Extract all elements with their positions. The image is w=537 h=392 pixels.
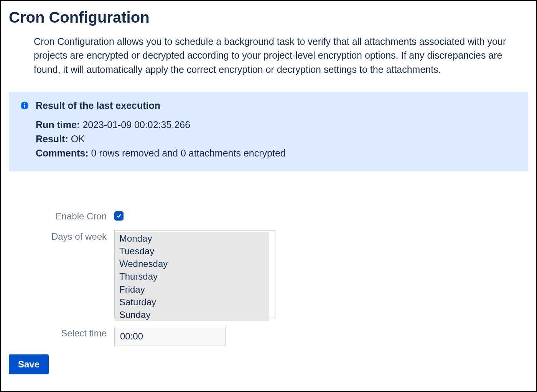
day-option[interactable]: Sunday xyxy=(115,308,269,321)
comments-row: Comments: 0 rows removed and 0 attachmen… xyxy=(36,147,517,160)
enable-cron-label: Enable Cron xyxy=(40,210,107,222)
day-option[interactable]: Monday xyxy=(115,232,269,245)
info-panel-title: Result of the last execution xyxy=(36,100,160,111)
days-of-week-select[interactable]: Monday Tuesday Wednesday Thursday Friday… xyxy=(114,230,275,318)
scrollbar-track[interactable] xyxy=(269,231,275,308)
cron-form: Enable Cron Days of week Monday Tuesday … xyxy=(40,210,528,346)
result-label: Result: xyxy=(36,133,68,144)
day-option[interactable]: Thursday xyxy=(115,270,269,283)
comments-value: 0 rows removed and 0 attachments encrypt… xyxy=(91,148,285,158)
runtime-value: 2023-01-09 00:02:35.266 xyxy=(82,119,190,130)
result-value: OK xyxy=(71,133,85,144)
day-option[interactable]: Saturday xyxy=(115,296,269,308)
comments-label: Comments: xyxy=(36,148,89,158)
check-icon xyxy=(116,213,122,219)
svg-point-2 xyxy=(24,103,25,104)
result-row: Result: OK xyxy=(36,132,517,146)
save-button[interactable]: Save xyxy=(9,354,49,374)
enable-cron-checkbox[interactable] xyxy=(114,211,124,221)
last-execution-panel: Result of the last execution Run time: 2… xyxy=(9,92,528,171)
page-title: Cron Configuration xyxy=(9,9,528,26)
day-option[interactable]: Wednesday xyxy=(115,257,269,270)
page-description: Cron Configuration allows you to schedul… xyxy=(34,35,517,76)
info-icon xyxy=(20,101,29,110)
select-time-input[interactable] xyxy=(114,327,226,346)
runtime-label: Run time: xyxy=(36,119,80,130)
svg-rect-1 xyxy=(24,105,25,107)
day-option[interactable]: Tuesday xyxy=(115,245,269,257)
day-option[interactable]: Friday xyxy=(115,283,269,296)
days-of-week-label: Days of week xyxy=(40,230,107,242)
select-time-label: Select time xyxy=(40,327,107,339)
runtime-row: Run time: 2023-01-09 00:02:35.266 xyxy=(36,118,517,132)
